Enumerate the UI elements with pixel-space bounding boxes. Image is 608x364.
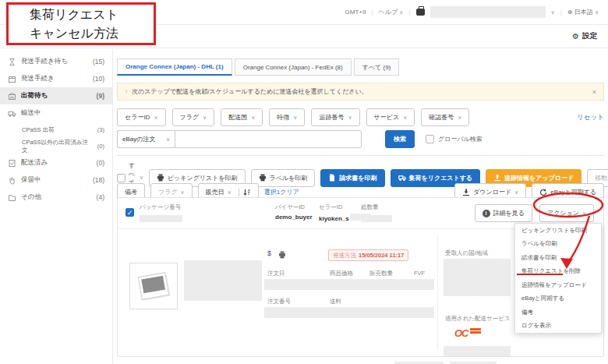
item-thumbnail[interactable] bbox=[129, 263, 178, 309]
package-checkbox[interactable]: ✓ bbox=[125, 208, 134, 217]
annotation-title-box: 集荷リクエスト キャンセル方法 bbox=[6, 2, 156, 45]
hand-icon bbox=[8, 176, 16, 185]
sidebar-item-cpass-shipped[interactable]: CPaSS 出荷(3) bbox=[0, 122, 112, 138]
document-icon bbox=[328, 174, 336, 182]
carrier-tabs: Orange Connex (Japan) - DHL (1) Orange C… bbox=[117, 58, 399, 76]
sidebar-item-delivered[interactable]: 配送済み(0) bbox=[0, 154, 112, 171]
menu-item-print-label[interactable]: ラベルを印刷 bbox=[515, 238, 601, 252]
sidebar-item-others[interactable]: その他(4) bbox=[0, 189, 112, 206]
chevron-down-icon: ∨ bbox=[228, 189, 232, 196]
filter-tracking-number[interactable]: 追跡番号∨ bbox=[311, 108, 359, 126]
actions-button[interactable]: アクション∨ bbox=[539, 204, 594, 222]
app-window: GMT+9 | ヘルプ ∨ | ∨ | ⊕ 日本語 ∨ ⚙ 設定 集荷リクエスト… bbox=[0, 0, 608, 364]
divider: | bbox=[560, 9, 562, 16]
orange-connex-logo: OC bbox=[454, 326, 481, 340]
tab-all[interactable]: すべて (9) bbox=[354, 58, 400, 76]
search-row: eBayの注文∨ 検索 グローバル検索 bbox=[117, 130, 604, 148]
filter-destination-country[interactable]: 配送国∨ bbox=[221, 108, 263, 126]
recipient-country-label: 受取人の国/地域 bbox=[445, 249, 488, 257]
chevron-down-icon[interactable]: ∨ bbox=[551, 9, 555, 16]
applied-service-label: 適用された配送サービス bbox=[445, 315, 511, 323]
divider bbox=[437, 235, 438, 350]
filter-flag[interactable]: フラグ∨ bbox=[172, 108, 215, 126]
chevron-down-icon: ∨ bbox=[251, 115, 255, 121]
orange-connex-wordmark bbox=[470, 328, 481, 334]
settings-button[interactable]: 設定 bbox=[582, 31, 597, 41]
chevron-down-icon: ∨ bbox=[166, 136, 170, 143]
select-all-checkbox[interactable] bbox=[117, 174, 125, 182]
annotation-line1: 集荷リクエスト bbox=[30, 5, 154, 23]
sidebar-item-on-hold[interactable]: 保留中(18) bbox=[0, 171, 112, 189]
redacted-account-name bbox=[430, 6, 546, 18]
chevron-down-icon: ∨ bbox=[514, 189, 518, 196]
menu-item-view-log[interactable]: ログを表示 bbox=[515, 320, 601, 334]
view-details-button[interactable]: i詳細を見る bbox=[475, 204, 532, 222]
download-icon bbox=[462, 189, 470, 196]
divider: | bbox=[408, 9, 410, 16]
reset-link[interactable]: リセット bbox=[577, 113, 604, 122]
redacted-order-number bbox=[264, 307, 434, 318]
pickup-truck-icon bbox=[398, 174, 406, 182]
global-search-checkbox[interactable] bbox=[426, 135, 434, 143]
shipping-fee-label: 送料 bbox=[330, 298, 341, 306]
chevron-down-icon: ∨ bbox=[348, 115, 352, 121]
info-icon: i bbox=[483, 210, 490, 217]
sidebar-item-awaiting-shipping-procedure[interactable]: 発送手続き待ち(15) bbox=[0, 53, 112, 70]
timezone-label: GMT+9 bbox=[345, 9, 366, 16]
redacted-item-title bbox=[184, 260, 262, 301]
chevron-down-icon: ∨ bbox=[399, 9, 403, 15]
filter-feature[interactable]: 特徴∨ bbox=[269, 108, 305, 126]
menu-item-sync-ebay[interactable]: eBayと同期する bbox=[515, 292, 601, 306]
dollar-icon[interactable]: $ bbox=[267, 249, 271, 257]
sidebar: 発送手続き待ち(15) 発送手続き(10) 出荷待ち(9) 輸送中 CPaSS … bbox=[0, 49, 113, 364]
tab-oc-fedex[interactable]: Orange Connex (Japan) - FedEx (8) bbox=[235, 58, 352, 76]
tab-oc-dhl[interactable]: Orange Connex (Japan) - DHL (1) bbox=[117, 58, 232, 76]
filter-row: セラーID∨ フラグ∨ 配送国∨ 特徴∨ 追跡番号∨ サービス∨ 確認番号∨ リ… bbox=[117, 108, 604, 126]
actions-dropdown-menu: ピッキングリストを印刷 ラベルを印刷 請求書を印刷 集荷リクエストを削除 追跡情… bbox=[514, 223, 602, 334]
redacted-total-quantity bbox=[361, 215, 392, 222]
help-menu[interactable]: ヘルプ ∨ bbox=[379, 8, 404, 16]
sort-icon bbox=[243, 189, 251, 196]
chevron-down-icon[interactable]: ∨ bbox=[140, 175, 143, 181]
chevron-down-icon: ∨ bbox=[403, 115, 407, 121]
ship-by-badge: 発送方法 15/05/2024 11:17 bbox=[328, 249, 408, 261]
redacted-recipient-address bbox=[444, 259, 511, 296]
filter-seller-id[interactable]: セラーID∨ bbox=[117, 108, 166, 126]
search-type-select[interactable]: eBayの注文∨ bbox=[117, 130, 175, 148]
printer-icon bbox=[259, 174, 267, 182]
menu-item-print-invoice[interactable]: 請求書を印刷 bbox=[515, 251, 601, 265]
search-button[interactable]: 検索 bbox=[385, 130, 415, 148]
up-arrow-icon: ↑ bbox=[125, 88, 128, 95]
menu-item-print-picking-list[interactable]: ピッキングリストを印刷 bbox=[515, 224, 601, 238]
clear-selection-link[interactable]: 選択1クリア bbox=[264, 188, 299, 196]
gear-icon: ⚙ bbox=[572, 32, 579, 41]
hourglass-icon bbox=[8, 58, 16, 66]
sidebar-item-awaiting-pickup[interactable]: 出荷待ち(9) bbox=[0, 87, 112, 104]
truck-icon bbox=[8, 109, 16, 118]
clipboard-check-icon bbox=[8, 159, 16, 168]
close-icon[interactable]: × bbox=[592, 88, 596, 96]
quantity-label: 販売数量 bbox=[369, 270, 393, 277]
divider bbox=[117, 155, 604, 156]
filter-confirmation-number[interactable]: 確認番号∨ bbox=[421, 108, 469, 126]
redacted-service-info bbox=[444, 346, 511, 356]
menu-item-delete-pickup-request[interactable]: 集荷リクエストを削除 bbox=[515, 265, 601, 279]
printer-icon[interactable] bbox=[278, 251, 286, 259]
package-icon bbox=[8, 75, 16, 83]
menu-item-upload-tracking[interactable]: 追跡情報をアップロード bbox=[515, 278, 601, 292]
divider: | bbox=[371, 9, 373, 16]
filter-service[interactable]: サービス∨ bbox=[366, 108, 415, 126]
sidebar-item-non-cpass-shipped[interactable]: CPaSS以外の出荷済み注文(0) bbox=[0, 138, 112, 154]
language-menu[interactable]: ⊕ 日本語 ∨ bbox=[567, 8, 599, 16]
menu-item-note[interactable]: 備考 bbox=[515, 306, 601, 320]
search-input[interactable] bbox=[175, 130, 362, 148]
chevron-down-icon: ∨ bbox=[154, 115, 157, 121]
carrier-alert-banner: ↑ 次のステップで配送を依頼/スケジュールするために運送会社を選択してください。… bbox=[117, 83, 604, 101]
sidebar-item-in-transit[interactable]: 輸送中 bbox=[0, 104, 112, 122]
printer-icon bbox=[157, 174, 164, 182]
upload-icon bbox=[493, 174, 501, 182]
order-number-label: 注文番号 bbox=[267, 298, 291, 306]
order-date-label: 注文日 bbox=[267, 270, 285, 277]
sidebar-item-shipping-procedure[interactable]: 発送手続き(10) bbox=[0, 70, 112, 87]
chevron-down-icon: ∨ bbox=[458, 115, 461, 121]
